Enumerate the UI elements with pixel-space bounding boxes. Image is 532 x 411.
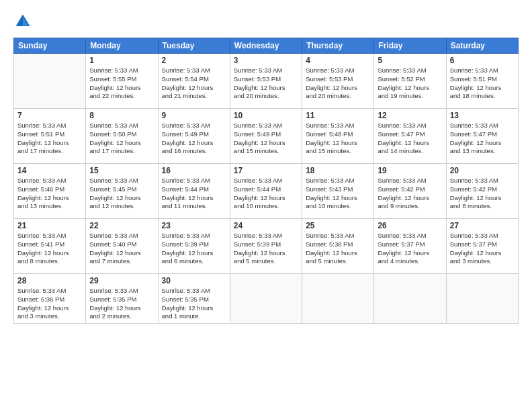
weekday-header-row: SundayMondayTuesdayWednesdayThursdayFrid… (14, 38, 519, 54)
calendar-cell: 3Sunrise: 5:33 AM Sunset: 5:53 PM Daylig… (230, 54, 302, 109)
calendar-cell: 1Sunrise: 5:33 AM Sunset: 5:55 PM Daylig… (86, 54, 158, 109)
cell-info: Sunrise: 5:33 AM Sunset: 5:42 PM Dayligh… (450, 177, 515, 211)
day-number: 12 (378, 111, 442, 120)
cell-info: Sunrise: 5:33 AM Sunset: 5:55 PM Dayligh… (89, 66, 154, 101)
cell-info: Sunrise: 5:33 AM Sunset: 5:41 PM Dayligh… (17, 232, 82, 266)
calendar-cell: 11Sunrise: 5:33 AM Sunset: 5:48 PM Dayli… (302, 109, 374, 164)
calendar-cell (230, 274, 302, 324)
calendar-cell: 22Sunrise: 5:33 AM Sunset: 5:40 PM Dayli… (86, 219, 158, 274)
calendar-cell: 27Sunrise: 5:33 AM Sunset: 5:37 PM Dayli… (446, 219, 518, 274)
day-number: 23 (162, 221, 226, 230)
calendar-cell (14, 54, 86, 109)
logo (13, 12, 35, 31)
calendar-cell (302, 274, 374, 324)
calendar-cell: 14Sunrise: 5:33 AM Sunset: 5:46 PM Dayli… (14, 164, 86, 219)
weekday-header-saturday: Saturday (446, 38, 518, 54)
weekday-header-tuesday: Tuesday (158, 38, 230, 54)
cell-info: Sunrise: 5:33 AM Sunset: 5:35 PM Dayligh… (89, 287, 154, 321)
cell-info: Sunrise: 5:33 AM Sunset: 5:43 PM Dayligh… (306, 177, 370, 211)
day-number: 15 (89, 166, 154, 175)
calendar-cell: 4Sunrise: 5:33 AM Sunset: 5:53 PM Daylig… (302, 54, 374, 109)
day-number: 14 (17, 166, 82, 175)
page: SundayMondayTuesdayWednesdayThursdayFrid… (0, 0, 532, 411)
calendar-cell: 9Sunrise: 5:33 AM Sunset: 5:49 PM Daylig… (158, 109, 230, 164)
day-number: 29 (89, 276, 154, 285)
day-number: 4 (306, 56, 370, 65)
calendar-cell (374, 274, 446, 324)
weekday-header-sunday: Sunday (14, 38, 86, 54)
weekday-header-monday: Monday (86, 38, 158, 54)
calendar-cell: 19Sunrise: 5:33 AM Sunset: 5:42 PM Dayli… (374, 164, 446, 219)
day-number: 26 (378, 221, 442, 230)
day-number: 6 (450, 56, 515, 65)
week-row-0: 1Sunrise: 5:33 AM Sunset: 5:55 PM Daylig… (14, 54, 519, 109)
day-number: 2 (162, 56, 226, 65)
calendar-cell: 28Sunrise: 5:33 AM Sunset: 5:36 PM Dayli… (14, 274, 86, 324)
calendar-cell: 6Sunrise: 5:33 AM Sunset: 5:51 PM Daylig… (446, 54, 518, 109)
logo-icon (13, 12, 32, 31)
day-number: 28 (17, 276, 82, 285)
cell-info: Sunrise: 5:33 AM Sunset: 5:36 PM Dayligh… (17, 287, 82, 321)
week-row-1: 7Sunrise: 5:33 AM Sunset: 5:51 PM Daylig… (14, 109, 519, 164)
calendar-cell: 15Sunrise: 5:33 AM Sunset: 5:45 PM Dayli… (86, 164, 158, 219)
day-number: 18 (306, 166, 370, 175)
calendar-cell: 25Sunrise: 5:33 AM Sunset: 5:38 PM Dayli… (302, 219, 374, 274)
cell-info: Sunrise: 5:33 AM Sunset: 5:53 PM Dayligh… (306, 66, 370, 101)
weekday-header-thursday: Thursday (302, 38, 374, 54)
cell-info: Sunrise: 5:33 AM Sunset: 5:40 PM Dayligh… (89, 232, 154, 266)
cell-info: Sunrise: 5:33 AM Sunset: 5:44 PM Dayligh… (162, 177, 226, 211)
day-number: 10 (234, 111, 298, 120)
cell-info: Sunrise: 5:33 AM Sunset: 5:49 PM Dayligh… (234, 122, 298, 156)
cell-info: Sunrise: 5:33 AM Sunset: 5:51 PM Dayligh… (17, 122, 82, 156)
day-number: 8 (89, 111, 154, 120)
cell-info: Sunrise: 5:33 AM Sunset: 5:42 PM Dayligh… (378, 177, 442, 211)
day-number: 5 (378, 56, 442, 65)
day-number: 16 (162, 166, 226, 175)
cell-info: Sunrise: 5:33 AM Sunset: 5:37 PM Dayligh… (450, 232, 515, 266)
calendar-cell: 2Sunrise: 5:33 AM Sunset: 5:54 PM Daylig… (158, 54, 230, 109)
week-row-3: 21Sunrise: 5:33 AM Sunset: 5:41 PM Dayli… (14, 219, 519, 274)
day-number: 21 (17, 221, 82, 230)
weekday-header-wednesday: Wednesday (230, 38, 302, 54)
cell-info: Sunrise: 5:33 AM Sunset: 5:46 PM Dayligh… (17, 177, 82, 211)
calendar-cell: 13Sunrise: 5:33 AM Sunset: 5:47 PM Dayli… (446, 109, 518, 164)
calendar-cell: 16Sunrise: 5:33 AM Sunset: 5:44 PM Dayli… (158, 164, 230, 219)
header (13, 12, 519, 31)
calendar-cell: 20Sunrise: 5:33 AM Sunset: 5:42 PM Dayli… (446, 164, 518, 219)
day-number: 17 (234, 166, 298, 175)
cell-info: Sunrise: 5:33 AM Sunset: 5:52 PM Dayligh… (378, 66, 442, 101)
calendar-cell: 8Sunrise: 5:33 AM Sunset: 5:50 PM Daylig… (86, 109, 158, 164)
calendar-cell: 30Sunrise: 5:33 AM Sunset: 5:35 PM Dayli… (158, 274, 230, 324)
calendar-cell: 21Sunrise: 5:33 AM Sunset: 5:41 PM Dayli… (14, 219, 86, 274)
week-row-2: 14Sunrise: 5:33 AM Sunset: 5:46 PM Dayli… (14, 164, 519, 219)
calendar-table: SundayMondayTuesdayWednesdayThursdayFrid… (13, 38, 519, 324)
day-number: 22 (89, 221, 154, 230)
day-number: 25 (306, 221, 370, 230)
calendar-cell: 17Sunrise: 5:33 AM Sunset: 5:44 PM Dayli… (230, 164, 302, 219)
day-number: 3 (234, 56, 298, 65)
week-row-4: 28Sunrise: 5:33 AM Sunset: 5:36 PM Dayli… (14, 274, 519, 324)
calendar-cell: 26Sunrise: 5:33 AM Sunset: 5:37 PM Dayli… (374, 219, 446, 274)
calendar-cell: 29Sunrise: 5:33 AM Sunset: 5:35 PM Dayli… (86, 274, 158, 324)
calendar-cell: 23Sunrise: 5:33 AM Sunset: 5:39 PM Dayli… (158, 219, 230, 274)
calendar-cell: 10Sunrise: 5:33 AM Sunset: 5:49 PM Dayli… (230, 109, 302, 164)
calendar-cell: 18Sunrise: 5:33 AM Sunset: 5:43 PM Dayli… (302, 164, 374, 219)
cell-info: Sunrise: 5:33 AM Sunset: 5:45 PM Dayligh… (89, 177, 154, 211)
calendar-cell: 12Sunrise: 5:33 AM Sunset: 5:47 PM Dayli… (374, 109, 446, 164)
day-number: 11 (306, 111, 370, 120)
calendar-cell: 7Sunrise: 5:33 AM Sunset: 5:51 PM Daylig… (14, 109, 86, 164)
day-number: 24 (234, 221, 298, 230)
cell-info: Sunrise: 5:33 AM Sunset: 5:37 PM Dayligh… (378, 232, 442, 266)
calendar-cell: 5Sunrise: 5:33 AM Sunset: 5:52 PM Daylig… (374, 54, 446, 109)
cell-info: Sunrise: 5:33 AM Sunset: 5:51 PM Dayligh… (450, 66, 515, 101)
cell-info: Sunrise: 5:33 AM Sunset: 5:50 PM Dayligh… (89, 122, 154, 156)
cell-info: Sunrise: 5:33 AM Sunset: 5:39 PM Dayligh… (162, 232, 226, 266)
day-number: 7 (17, 111, 82, 120)
day-number: 20 (450, 166, 515, 175)
day-number: 19 (378, 166, 442, 175)
weekday-header-friday: Friday (374, 38, 446, 54)
calendar-cell (446, 274, 518, 324)
cell-info: Sunrise: 5:33 AM Sunset: 5:44 PM Dayligh… (234, 177, 298, 211)
calendar-cell: 24Sunrise: 5:33 AM Sunset: 5:39 PM Dayli… (230, 219, 302, 274)
cell-info: Sunrise: 5:33 AM Sunset: 5:47 PM Dayligh… (450, 122, 515, 156)
